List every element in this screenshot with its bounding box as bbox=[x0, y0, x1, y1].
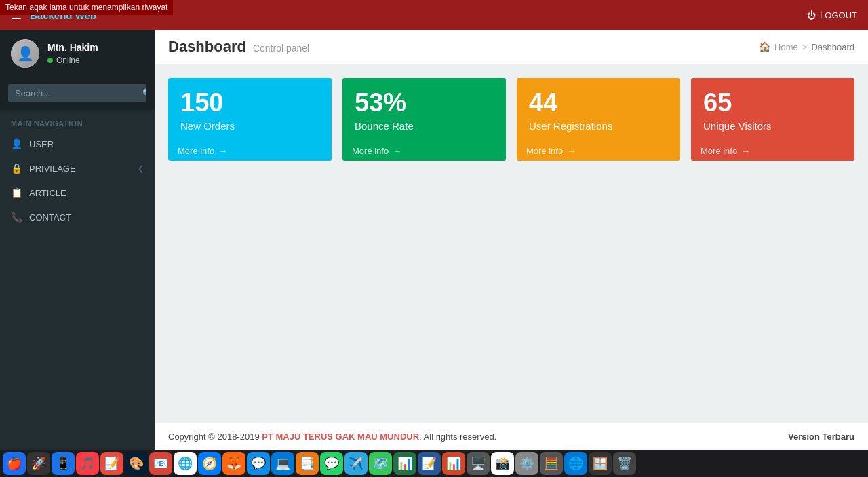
taskbar-icon-launchpad[interactable]: 🚀 bbox=[27, 452, 50, 475]
sidebar-item-privilage-label: PRIVILAGE bbox=[29, 164, 76, 174]
search-box: 🔍 bbox=[0, 77, 155, 110]
sidebar: 👤 Mtn. Hakim Online 🔍 MAIN NAVIGATION 👤 bbox=[0, 30, 155, 450]
arrow-right-icon: → bbox=[218, 146, 227, 156]
sidebar-item-article-label: ARTICLE bbox=[29, 188, 66, 198]
taskbar-icon-teamviewer[interactable]: 💬 bbox=[247, 452, 270, 475]
stat-card-bounce-body: 53% Bounce Rate bbox=[342, 78, 506, 141]
taskbar-icon-excel[interactable]: 📊 bbox=[393, 452, 416, 475]
stat-card-registrations: 44 User Registrations More info → bbox=[517, 78, 680, 161]
stat-label-registrations: User Registrations bbox=[529, 120, 668, 132]
taskbar-icon-firefox[interactable]: 🦊 bbox=[222, 452, 245, 475]
main-content bbox=[155, 174, 868, 423]
taskbar-icon-cardhop[interactable]: 📝 bbox=[100, 452, 123, 475]
stat-card-orders-body: 150 New Orders bbox=[168, 78, 332, 141]
stat-number-visitors: 65 bbox=[703, 89, 842, 117]
stat-card-bounce-footer[interactable]: More info → bbox=[342, 141, 506, 161]
stat-card-orders-footer[interactable]: More info → bbox=[168, 141, 332, 161]
page-title-wrap: Dashboard Control panel bbox=[168, 38, 309, 56]
stat-label-orders: New Orders bbox=[180, 120, 319, 132]
stat-card-registrations-body: 44 User Registrations bbox=[517, 78, 680, 141]
content-header: Dashboard Control panel 🏠 Home > Dashboa… bbox=[155, 30, 868, 64]
stat-number-bounce: 53% bbox=[355, 89, 494, 117]
nav-section-label: MAIN NAVIGATION bbox=[0, 110, 155, 132]
avatar-image: 👤 bbox=[11, 39, 39, 68]
stat-label-bounce: Bounce Rate bbox=[355, 120, 494, 132]
contact-icon: 📞 bbox=[11, 212, 22, 223]
footer-rights: . All rights reserved. bbox=[419, 432, 496, 442]
footer-copyright-text: Copyright © 2018-2019 bbox=[168, 432, 262, 442]
user-info: Mtn. Hakim Online bbox=[47, 42, 98, 65]
sidebar-item-article[interactable]: 📋 ARTICLE bbox=[0, 180, 155, 205]
taskbar-icon-sublime[interactable]: 📑 bbox=[296, 452, 319, 475]
chevron-icon: ❮ bbox=[138, 164, 144, 173]
article-icon: 📋 bbox=[11, 187, 22, 198]
stat-card-visitors-footer[interactable]: More info → bbox=[691, 141, 854, 161]
sidebar-item-privilage[interactable]: 🔒 PRIVILAGE ❮ bbox=[0, 156, 155, 180]
sidebar-item-user-label: USER bbox=[29, 139, 54, 149]
stat-card-bounce: 53% Bounce Rate More info → bbox=[342, 78, 506, 161]
taskbar-icon-finder[interactable]: 🍎 bbox=[3, 452, 26, 475]
taskbar: 🍎 🚀 📱 🎵 📝 🎨 📧 🌐 🧭 🦊 💬 💻 📑 💬 ✈️ 🗺️ 📊 📝 📊 … bbox=[0, 450, 868, 477]
page-title: Dashboard bbox=[168, 38, 246, 56]
breadcrumb: 🏠 Home > Dashboard bbox=[759, 41, 854, 52]
stat-label-visitors: Unique Visitors bbox=[703, 120, 842, 132]
more-info-registrations: More info bbox=[526, 146, 563, 156]
page-subtitle: Control panel bbox=[253, 43, 309, 54]
breadcrumb-home[interactable]: Home bbox=[774, 42, 798, 52]
footer-version-label: Version bbox=[788, 432, 820, 442]
taskbar-icon-safari[interactable]: 🧭 bbox=[198, 452, 221, 475]
taskbar-icon-sysprefs[interactable]: ⚙️ bbox=[515, 452, 538, 475]
more-info-visitors: More info bbox=[701, 146, 737, 156]
taskbar-icon-maps[interactable]: 🗺️ bbox=[369, 452, 392, 475]
taskbar-icon-screen[interactable]: 🖥️ bbox=[467, 452, 490, 475]
taskbar-icon-windows[interactable]: 🪟 bbox=[589, 452, 612, 475]
taskbar-icon-edge[interactable]: 🌐 bbox=[564, 452, 587, 475]
stat-number-registrations: 44 bbox=[529, 89, 668, 117]
logout-label: LOGOUT bbox=[820, 10, 857, 20]
home-icon: 🏠 bbox=[759, 41, 770, 52]
taskbar-icon-appstore[interactable]: 📱 bbox=[52, 452, 75, 475]
stat-card-registrations-footer[interactable]: More info → bbox=[517, 141, 680, 161]
lock-icon: 🔒 bbox=[11, 163, 22, 174]
sidebar-item-contact[interactable]: 📞 CONTACT bbox=[0, 205, 155, 229]
taskbar-icon-photoshop[interactable]: 🎨 bbox=[125, 452, 148, 475]
taskbar-icon-chrome[interactable]: 🌐 bbox=[174, 452, 197, 475]
stats-row: 150 New Orders More info → 53% Bounce Ra… bbox=[155, 64, 868, 174]
more-info-orders: More info bbox=[178, 146, 214, 156]
sidebar-item-user[interactable]: 👤 USER bbox=[0, 132, 155, 156]
sidebar-item-contact-label: CONTACT bbox=[29, 212, 71, 223]
footer-company-link[interactable]: PT MAJU TERUS GAK MAU MUNDUR bbox=[262, 432, 419, 442]
search-input-wrap: 🔍 bbox=[8, 84, 146, 102]
footer-version-value: Terbaru bbox=[823, 432, 854, 442]
user-name: Mtn. Hakim bbox=[47, 42, 98, 53]
taskbar-icon-photos[interactable]: 📸 bbox=[491, 452, 514, 475]
user-icon: 👤 bbox=[11, 138, 22, 149]
main-layout: 👤 Mtn. Hakim Online 🔍 MAIN NAVIGATION 👤 bbox=[0, 30, 868, 450]
search-input[interactable] bbox=[8, 84, 136, 102]
taskbar-icon-vscode[interactable]: 💻 bbox=[271, 452, 294, 475]
taskbar-icon-whatsapp[interactable]: 💬 bbox=[320, 452, 343, 475]
logout-icon: ⏻ bbox=[807, 10, 816, 20]
logout-button[interactable]: ⏻ LOGOUT bbox=[807, 10, 857, 20]
stat-card-visitors: 65 Unique Visitors More info → bbox=[691, 78, 854, 161]
stat-card-visitors-body: 65 Unique Visitors bbox=[691, 78, 854, 141]
breadcrumb-separator: > bbox=[802, 42, 808, 52]
content-area: Dashboard Control panel 🏠 Home > Dashboa… bbox=[155, 30, 868, 450]
taskbar-icon-email[interactable]: 📧 bbox=[149, 452, 172, 475]
taskbar-icon-telegram[interactable]: ✈️ bbox=[344, 452, 368, 475]
breadcrumb-current: Dashboard bbox=[811, 42, 854, 52]
tooltip-bar: Tekan agak lama untuk menampilkan riwaya… bbox=[0, 0, 173, 15]
stat-card-orders: 150 New Orders More info → bbox=[168, 78, 332, 161]
arrow-right-icon-3: → bbox=[567, 146, 576, 156]
taskbar-icon-music[interactable]: 🎵 bbox=[76, 452, 99, 475]
taskbar-icon-calculator[interactable]: 🧮 bbox=[540, 452, 563, 475]
footer-version: Version Terbaru bbox=[788, 432, 854, 442]
taskbar-icon-word[interactable]: 📝 bbox=[418, 452, 441, 475]
more-info-bounce: More info bbox=[352, 146, 389, 156]
footer-copyright: Copyright © 2018-2019 PT MAJU TERUS GAK … bbox=[168, 432, 496, 442]
taskbar-icon-trash[interactable]: 🗑️ bbox=[613, 452, 636, 475]
footer: Copyright © 2018-2019 PT MAJU TERUS GAK … bbox=[155, 423, 868, 450]
user-panel: 👤 Mtn. Hakim Online bbox=[0, 30, 155, 77]
taskbar-icon-powerpoint[interactable]: 📊 bbox=[442, 452, 465, 475]
search-button[interactable]: 🔍 bbox=[136, 84, 146, 102]
